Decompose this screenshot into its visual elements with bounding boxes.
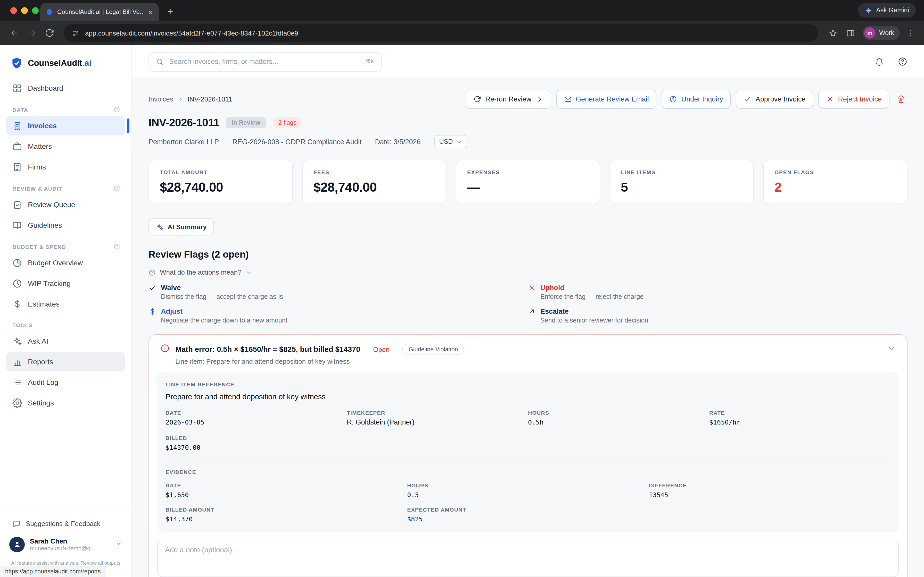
field-date: DATE 2026-03-05	[165, 409, 347, 426]
reload-button[interactable]	[41, 25, 58, 41]
check-icon	[744, 95, 751, 103]
sidebar-section-data: DATA	[0, 98, 131, 115]
flag-type-badge: Guideline Violation	[402, 343, 464, 355]
browser-menu-button[interactable]: ⋮	[904, 28, 918, 38]
gemini-sparkle-icon	[865, 6, 872, 14]
currency-select[interactable]: USD	[434, 135, 467, 148]
forward-arrow-icon	[27, 28, 37, 38]
reject-invoice-button[interactable]: Reject Invoice	[818, 90, 890, 109]
sidebar-item-label: Ask AI	[28, 337, 48, 345]
help-icon[interactable]	[113, 106, 120, 113]
window-controls	[10, 0, 39, 21]
delete-invoice-button[interactable]	[895, 95, 908, 103]
flag-title: Math error: 0.5h × $1650/hr = $825, but …	[175, 345, 360, 353]
help-circle-icon[interactable]	[898, 56, 908, 66]
stat-expenses: EXPENSES —	[456, 160, 600, 204]
legend-adjust: Adjust Negotiate the charge down to a ne…	[149, 308, 528, 324]
site-info-icon[interactable]	[72, 29, 79, 37]
stat-open-flags: OPEN FLAGS 2	[763, 160, 908, 204]
sidebar-item-budget-overview[interactable]: Budget Overview	[6, 253, 125, 272]
browser-tab[interactable]: CounselAudit.ai | Legal Bill Ve... ×	[40, 3, 159, 21]
breadcrumb: Invoices INV-2026-1011	[149, 95, 232, 103]
sidebar-item-label: Estimates	[28, 300, 60, 308]
ai-summary-button[interactable]: AI Summary	[149, 218, 214, 235]
sidebar-section-review-audit: REVIEW & AUDIT	[0, 177, 131, 194]
sidebar-item-label: Settings	[28, 399, 54, 407]
sidebar-item-invoices[interactable]: Invoices	[6, 116, 125, 135]
rerun-review-button[interactable]: Re-run Review	[466, 90, 551, 109]
feedback-label: Suggestions & Feedback	[26, 520, 100, 527]
user-info: Sarah Chen muneebyusuf+demo@g...	[30, 537, 110, 551]
help-icon[interactable]	[113, 243, 120, 250]
person-icon	[13, 540, 21, 549]
global-search[interactable]: ⌘K	[149, 52, 381, 71]
sidebar-item-label: Audit Log	[28, 378, 58, 387]
forward-button[interactable]	[24, 25, 40, 41]
sidebar-item-audit-log[interactable]: Audit Log	[6, 372, 125, 392]
chevron-down-icon[interactable]	[887, 344, 896, 355]
sidebar-item-settings[interactable]: Settings	[6, 393, 125, 413]
sidebar-item-guidelines[interactable]: Guidelines	[6, 215, 125, 235]
search-input[interactable]	[169, 58, 360, 65]
url-bar[interactable]: app.counselaudit.com/invoices/54afd2f7-e…	[64, 24, 818, 42]
legend-escalate: Escalate Send to a senior reviewer for d…	[528, 308, 908, 324]
sidebar-item-wip-tracking[interactable]: WIP Tracking	[6, 274, 125, 293]
sidebar-item-estimates[interactable]: Estimates	[6, 294, 125, 314]
sidebar-item-review-queue[interactable]: Review Queue	[6, 195, 125, 214]
feedback-button[interactable]: Suggestions & Feedback	[0, 515, 131, 532]
app-logo[interactable]: CounselAudit.ai	[0, 50, 131, 78]
bell-icon[interactable]	[874, 56, 884, 66]
sidebar-item-firms[interactable]: Firms	[6, 157, 125, 177]
star-icon	[828, 29, 837, 37]
alert-circle-icon	[160, 343, 170, 355]
evidence-section-label: EVIDENCE	[165, 469, 890, 475]
url-text: app.counselaudit.com/invoices/54afd2f7-e…	[85, 29, 298, 37]
sidebar-item-reports[interactable]: Reports	[6, 352, 125, 371]
flag-subtitle: Line item: Prepare for and attend deposi…	[149, 355, 907, 365]
search-shortcut: ⌘K	[365, 58, 374, 65]
section-label: TOOLS	[12, 322, 33, 328]
trash-icon	[897, 95, 905, 103]
browser-profile-chip[interactable]: m Work	[863, 26, 900, 40]
status-badge: In Review	[226, 117, 266, 128]
flag-card-header[interactable]: Math error: 0.5h × $1650/hr = $825, but …	[149, 335, 907, 355]
actions-help-toggle[interactable]: What do the actions mean?	[149, 268, 908, 276]
back-arrow-icon	[10, 28, 19, 38]
ask-gemini-label: Ask Gemini	[876, 7, 909, 14]
under-inquiry-button[interactable]: Under Inquiry	[662, 90, 731, 109]
bookmark-button[interactable]	[824, 25, 841, 41]
chevron-down-icon	[115, 540, 122, 549]
envelope-icon	[564, 95, 572, 103]
sidebar: CounselAudit.ai Dashboard DATA Invoices …	[0, 45, 132, 577]
section-label: DATA	[12, 106, 28, 113]
sidebar-item-dashboard[interactable]: Dashboard	[6, 78, 125, 98]
generate-review-email-button[interactable]: Generate Review Email	[556, 90, 657, 109]
zoom-window-button[interactable]	[32, 7, 39, 14]
sidebar-item-ask-ai[interactable]: Ask AI	[6, 331, 125, 351]
line-item-reference-panel: LINE ITEM REFERENCE Prepare for and atte…	[157, 372, 899, 532]
new-tab-button[interactable]: +	[163, 4, 178, 19]
sidebar-item-matters[interactable]: Matters	[6, 137, 125, 156]
inquiry-circle-icon	[670, 95, 677, 103]
ask-gemini-button[interactable]: Ask Gemini	[858, 3, 916, 18]
clock-icon	[12, 279, 22, 288]
approve-invoice-button[interactable]: Approve Invoice	[736, 90, 813, 109]
close-window-button[interactable]	[10, 7, 17, 14]
minimize-window-button[interactable]	[21, 7, 28, 14]
note-input[interactable]	[157, 539, 899, 577]
avatar	[9, 537, 25, 552]
help-icon	[149, 269, 156, 276]
flags-badge[interactable]: 2 flags	[273, 117, 302, 128]
back-button[interactable]	[6, 25, 23, 41]
page-title: INV-2026-1011	[149, 116, 220, 129]
evidence-fields: RATE $1,650 HOURS 0.5 DIFFERENCE 13545	[165, 482, 890, 523]
legend-waive: Waive Dismiss the flag — accept the char…	[149, 284, 528, 300]
side-panel-button[interactable]	[842, 25, 858, 41]
section-label: REVIEW & AUDIT	[12, 185, 62, 192]
field-rate: RATE $1650/hr	[709, 409, 890, 426]
breadcrumb-invoices[interactable]: Invoices	[149, 95, 173, 103]
tab-close-icon[interactable]: ×	[147, 8, 153, 16]
reference-section-label: LINE ITEM REFERENCE	[165, 381, 890, 387]
help-icon[interactable]	[113, 185, 120, 192]
user-menu[interactable]: Sarah Chen muneebyusuf+demo@g...	[0, 532, 131, 556]
